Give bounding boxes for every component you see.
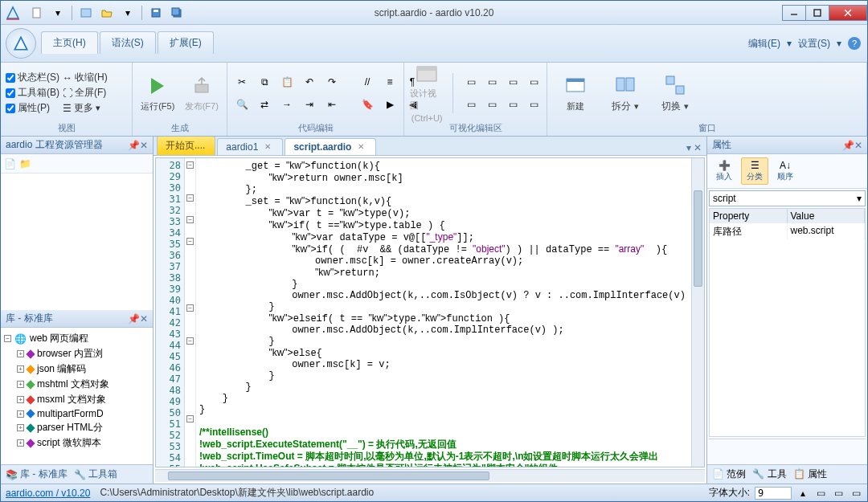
close-panel-icon[interactable]: ✕ (854, 140, 862, 151)
tabs-dropdown-icon[interactable]: ▾ ✕ (682, 141, 706, 155)
undo-icon[interactable]: ↶ (300, 72, 319, 92)
run-button[interactable]: 运行(F5) (137, 67, 178, 120)
tree-item[interactable]: +mshtml 文档对象 (2, 377, 151, 392)
close-panel-icon[interactable]: ✕ (140, 313, 148, 324)
project-tb1-icon[interactable]: 📄 (4, 158, 16, 169)
sb-icon2[interactable]: ▭ (832, 487, 845, 500)
publish-button[interactable]: 发布(F7) (182, 67, 223, 120)
find-icon[interactable]: 🔍 (232, 95, 252, 114)
fold-column[interactable]: −−−−−−− (185, 158, 196, 467)
doc-tab-start[interactable]: 开始页.... (157, 137, 215, 155)
sb-up-icon[interactable]: ▴ (796, 487, 809, 500)
tree-root[interactable]: −🌐web 网页编程 (2, 331, 151, 346)
tree-item[interactable]: +json 编解码 (2, 361, 151, 377)
align1-icon[interactable]: ▭ (461, 72, 481, 92)
qat-dropdown-icon[interactable]: ▾ (49, 4, 67, 22)
menu-settings[interactable]: 设置(S) (798, 37, 830, 51)
comment-icon[interactable]: // (358, 72, 377, 92)
rtab-props[interactable]: 📋 属性 (793, 467, 827, 481)
sb-icon3[interactable]: ▭ (850, 487, 862, 500)
svg-rect-0 (33, 8, 40, 18)
new-window-button[interactable]: 新建 (552, 67, 599, 120)
prop-col-property: Property (710, 209, 788, 223)
close-tab-icon[interactable]: ✕ (356, 142, 366, 152)
align3-icon[interactable]: ▭ (503, 72, 522, 92)
tab-syntax[interactable]: 语法(S) (100, 31, 156, 54)
prop-object-select[interactable]: script▾ (709, 190, 866, 206)
rtab-tools[interactable]: 🔧 工具 (752, 467, 786, 481)
cut-icon[interactable]: ✂ (232, 72, 252, 92)
align6-icon[interactable]: ▭ (482, 95, 502, 114)
menu-edit[interactable]: 编辑(E) (748, 37, 780, 51)
prop-col-value: Value (788, 209, 866, 223)
vertical-scrollbar[interactable] (691, 158, 704, 467)
split-button[interactable]: 拆分 ▾ (602, 67, 649, 120)
doc-tab-script[interactable]: script.aardio✕ (285, 138, 376, 155)
close-panel-icon[interactable]: ✕ (140, 140, 148, 151)
code-editor[interactable]: _get = "kw">function(k){ "kw">return own… (196, 158, 691, 467)
status-path: C:\Users\Administrator\Desktop\新建文件夹\lib… (100, 486, 374, 500)
replace-icon[interactable]: ⇄ (255, 95, 274, 114)
indent-icon[interactable]: ⇥ (300, 95, 319, 114)
prop-classify-button[interactable]: ☰分类 (741, 157, 768, 185)
check-props[interactable]: 属性(P) (6, 101, 59, 115)
app-menu-button[interactable] (6, 28, 36, 59)
btn-more[interactable]: ☰更多▾ (63, 101, 108, 115)
check-toolbox[interactable]: 工具箱(B) (6, 86, 59, 100)
status-link[interactable]: aardio.com / v10.20 (6, 488, 90, 499)
font-size-input[interactable]: 9 (755, 487, 792, 500)
close-tab-icon[interactable]: ✕ (263, 142, 272, 152)
align5-icon[interactable]: ▭ (461, 95, 481, 114)
redo-icon[interactable]: ↷ (322, 72, 342, 92)
qat-saveall-icon[interactable] (168, 4, 186, 22)
prop-insert-button[interactable]: ➕插入 (710, 157, 738, 185)
tab-extend[interactable]: 扩展(E) (158, 31, 214, 54)
tree-item[interactable]: +msxml 文档对象 (2, 392, 151, 407)
tree-item[interactable]: +multipartFormD (2, 407, 151, 420)
bottom-tab-lib[interactable]: 📚 库 - 标准库 (6, 467, 68, 481)
help-icon[interactable]: ? (848, 37, 861, 50)
qat-new-icon[interactable] (28, 4, 46, 22)
minimize-button[interactable] (782, 5, 806, 21)
uncomment-icon[interactable]: ≡ (380, 72, 399, 92)
pin-icon[interactable]: 📌 (842, 140, 854, 151)
qat-save-icon[interactable] (147, 4, 165, 22)
bookmark-icon[interactable]: 🔖 (358, 95, 377, 114)
tab-home[interactable]: 主页(H) (41, 31, 98, 54)
switch-button[interactable]: 切换 ▾ (652, 67, 698, 120)
align8-icon[interactable]: ▭ (524, 95, 543, 114)
align2-icon[interactable]: ▭ (482, 72, 502, 92)
tree-item[interactable]: +script 微软脚本 (2, 435, 151, 451)
sb-icon1[interactable]: ▭ (814, 487, 827, 500)
bottom-tab-toolbox[interactable]: 🔧 工具箱 (74, 467, 117, 481)
qat-open-icon[interactable] (98, 4, 116, 22)
check-statusbar[interactable]: 状态栏(S) (6, 71, 59, 84)
btn-collapse[interactable]: ↔收缩(H) (63, 71, 108, 84)
horizontal-scrollbar[interactable] (155, 469, 705, 482)
pin-icon[interactable]: 📌 (128, 313, 140, 324)
qat-dropdown2-icon[interactable]: ▾ (119, 4, 137, 22)
align7-icon[interactable]: ▭ (503, 95, 522, 114)
paste-icon[interactable]: 📋 (277, 72, 297, 92)
svg-rect-18 (676, 86, 684, 94)
copy-icon[interactable]: ⧉ (255, 72, 274, 92)
qat-window-icon[interactable] (77, 4, 95, 22)
doc-tab-aardio1[interactable]: aardio1✕ (217, 138, 283, 155)
tree-item[interactable]: +parser HTML分 (2, 420, 151, 435)
tree-item[interactable]: +browser 内置浏 (2, 346, 151, 361)
align4-icon[interactable]: ▭ (524, 72, 543, 92)
rtab-examples[interactable]: 📄 范例 (712, 467, 746, 481)
app-logo (1, 1, 25, 25)
outdent-icon[interactable]: ⇤ (322, 95, 342, 114)
designview-button[interactable]: 设计视图 (Ctrl+U) (409, 67, 444, 120)
project-tb2-icon[interactable]: 📁 (19, 158, 31, 169)
close-button[interactable] (829, 5, 867, 21)
line-gutter: 28 29 30 31 32 33 34 35 36 37 38 39 40 4… (156, 158, 185, 467)
goto-icon[interactable]: → (277, 95, 297, 114)
btn-fullscreen[interactable]: ⛶全屏(F) (63, 86, 108, 100)
prop-order-button[interactable]: A↓顺序 (772, 157, 799, 185)
pin-icon[interactable]: 📌 (128, 140, 140, 151)
prop-row-value[interactable]: web.script (788, 223, 866, 240)
next-bm-icon[interactable]: ▶ (380, 95, 399, 114)
maximize-button[interactable] (805, 5, 829, 21)
